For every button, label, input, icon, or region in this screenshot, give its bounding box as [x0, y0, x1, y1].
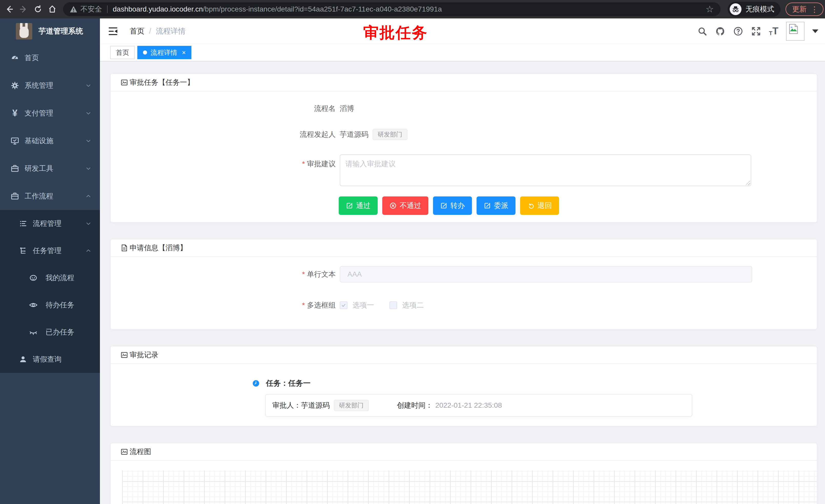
sidebar-item-label: 任务管理 — [33, 246, 62, 256]
checkbox-option-2[interactable]: 选项二 — [389, 301, 424, 310]
tree-icon — [18, 246, 28, 255]
approval-task-card-header: 审批任务【任务一】 — [111, 74, 817, 91]
single-text-row: 单行文本 AAA — [111, 266, 817, 282]
record-detail-box: 审批人： 芋道源码 研发部门 创建时间： 2022-01-21 22:35:08 — [265, 394, 692, 417]
bookmark-star-icon[interactable]: ☆ — [705, 5, 714, 14]
single-text-label: 单行文本 — [111, 269, 340, 279]
avatar[interactable] — [786, 22, 805, 41]
sidebar-item-workflow[interactable]: 工作流程 — [0, 182, 100, 210]
process-starter-row: 流程发起人 芋道源码 研发部门 — [111, 129, 817, 140]
checkbox-checked-icon — [340, 302, 348, 309]
incognito-icon — [730, 3, 742, 15]
sidebar-item-todo-tasks[interactable]: 待办任务 — [0, 291, 100, 319]
chevron-down-icon — [86, 166, 91, 171]
search-icon[interactable] — [697, 26, 707, 36]
sidebar-item-process-mgmt[interactable]: 流程管理 — [0, 210, 100, 237]
sidebar-item-system[interactable]: 系统管理 — [0, 72, 100, 99]
sidebar-item-task-mgmt[interactable]: 任务管理 — [0, 237, 100, 264]
breadcrumb-home[interactable]: 首页 — [130, 26, 145, 36]
tabbar: 首页 流程详情 × — [100, 44, 825, 62]
sidebar-item-infra[interactable]: 基础设施 — [0, 127, 100, 155]
sidebar-item-my-process[interactable]: 我的流程 — [0, 264, 100, 291]
suggest-label: 审批建议 — [111, 154, 340, 169]
checkbox-option-1[interactable]: 选项一 — [340, 301, 374, 310]
update-label: 更新 — [792, 4, 807, 14]
return-button[interactable]: 退回 — [520, 196, 559, 215]
approve-button[interactable]: 通过 — [339, 196, 378, 215]
browser-chrome: 不安全 dashboard.yudao.iocoder.cn/bpm/proce… — [0, 0, 825, 18]
edit-icon — [484, 202, 491, 209]
face-icon — [29, 273, 38, 282]
checkbox-label: 选项二 — [402, 301, 424, 310]
reject-button[interactable]: 不通过 — [382, 196, 428, 215]
breadcrumb: 首页 / 流程详情 — [130, 26, 185, 36]
sidebar-item-label: 工作流程 — [24, 191, 53, 201]
approval-record-card-body: 任务：任务一 审批人： 芋道源码 研发部门 创建时间： 2022-01-21 2… — [111, 378, 817, 417]
process-starter-label: 流程发起人 — [111, 130, 340, 139]
circle-close-icon — [389, 202, 397, 209]
tab-home[interactable]: 首页 — [110, 46, 135, 59]
sidebar-item-leave-query[interactable]: 请假查询 — [0, 346, 100, 373]
url-domain: dashboard.yudao.iocoder.cn — [113, 5, 203, 13]
font-size-icon[interactable]: TT — [769, 26, 778, 36]
dashboard-icon — [10, 53, 19, 63]
not-secure-warning-icon — [70, 6, 77, 13]
document-icon — [121, 244, 128, 252]
sidebar-collapse-icon[interactable] — [108, 27, 117, 35]
browser-home-button[interactable] — [45, 2, 60, 16]
gear-icon — [10, 81, 19, 90]
sidebar-item-label: 我的流程 — [46, 273, 74, 283]
help-icon[interactable] — [733, 26, 743, 36]
picture-icon — [121, 79, 128, 86]
screen: 不安全 dashboard.yudao.iocoder.cn/bpm/proce… — [0, 0, 825, 504]
sidebar-item-devtools[interactable]: 研发工具 — [0, 155, 100, 182]
eye-closed-icon — [29, 328, 38, 337]
url-bar[interactable]: 不安全 dashboard.yudao.iocoder.cn/bpm/proce… — [63, 2, 721, 16]
fullscreen-icon[interactable] — [751, 26, 761, 36]
browser-update-menu-button[interactable]: 更新 ⋮ — [785, 3, 823, 16]
github-icon[interactable] — [715, 26, 725, 36]
textarea-resize-handle[interactable] — [746, 180, 750, 185]
approval-buttons-row: 通过 不通过 转办 委派 — [339, 196, 817, 222]
breadcrumb-separator: / — [149, 27, 151, 35]
sidebar-item-label: 首页 — [24, 53, 39, 63]
chevron-down-icon — [86, 83, 91, 88]
sidebar-item-label: 系统管理 — [24, 81, 53, 90]
sidebar-item-label: 支付管理 — [24, 108, 53, 118]
top-navbar: 首页 / 流程详情 审批任务 TT — [100, 18, 825, 44]
undo-icon — [527, 202, 534, 209]
single-text-input[interactable]: AAA — [340, 266, 752, 282]
suggest-row: 审批建议 请输入审批建议 — [111, 154, 817, 186]
application-info-card-header: 申请信息【滔博】 — [111, 240, 817, 257]
approval-record-card-header: 审批记录 — [111, 346, 817, 364]
approver-label: 审批人： — [272, 401, 301, 410]
browser-back-button[interactable] — [2, 2, 16, 16]
workflow-submenu: 流程管理 任务管理 我的流程 — [0, 210, 100, 373]
sidebar-logo-row[interactable]: 芋道管理系统 — [0, 18, 100, 44]
approval-record-card: 审批记录 任务：任务一 审批人： 芋道源码 研发部门 创建时间： — [110, 346, 817, 426]
url-divider — [107, 5, 107, 13]
browser-reload-button[interactable] — [31, 2, 45, 16]
delegate-button[interactable]: 委派 — [476, 196, 516, 215]
avatar-caret-icon[interactable] — [812, 29, 818, 33]
tab-label: 流程详情 — [151, 48, 177, 57]
suggest-textarea[interactable]: 请输入审批建议 — [340, 154, 751, 186]
checkbox-group-row: 多选框组 选项一 选项二 — [111, 301, 817, 329]
browser-forward-button[interactable] — [16, 2, 31, 16]
forward-arrow-icon — [19, 5, 28, 14]
timeline-node: 任务：任务一 — [252, 378, 817, 389]
tab-process-detail[interactable]: 流程详情 × — [137, 46, 192, 59]
tab-close-icon[interactable]: × — [182, 49, 186, 56]
bpmn-canvas-grid[interactable] — [122, 471, 817, 504]
sidebar-item-payment[interactable]: ¥ 支付管理 — [0, 99, 100, 127]
browser-menu-dots-icon: ⋮ — [811, 5, 818, 14]
sidebar-item-home[interactable]: 首页 — [0, 44, 100, 72]
process-starter-value: 芋道源码 研发部门 — [340, 129, 407, 140]
sidebar-item-label: 请假查询 — [33, 354, 62, 364]
sidebar-item-done-tasks[interactable]: 已办任务 — [0, 319, 100, 346]
dept-tag: 研发部门 — [373, 129, 407, 140]
transfer-button[interactable]: 转办 — [433, 196, 472, 215]
edit-icon — [440, 202, 447, 209]
checkbox-unchecked-icon — [389, 302, 397, 309]
home-icon — [48, 5, 57, 14]
